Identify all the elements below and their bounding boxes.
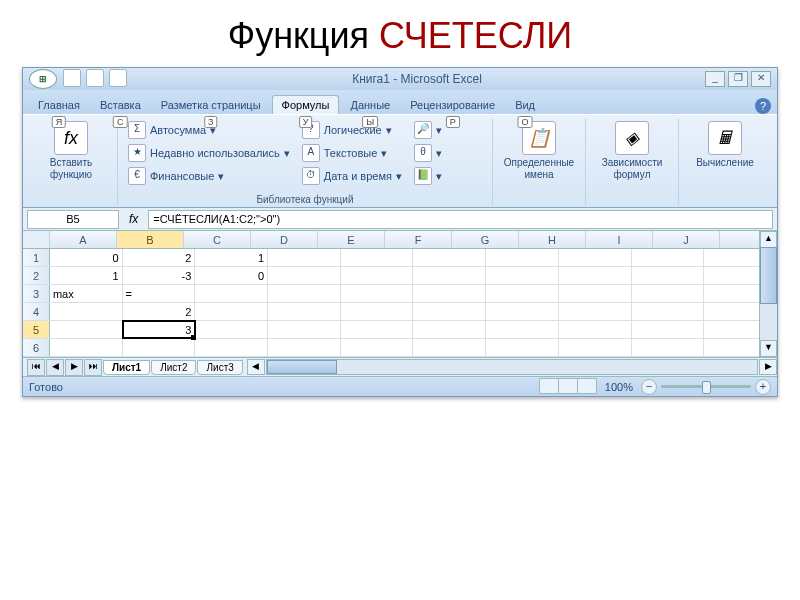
row-header[interactable]: 5 (23, 321, 50, 338)
cell[interactable] (195, 303, 268, 320)
defined-names-button[interactable]: 📋 Определенные имена (499, 119, 579, 183)
qat-undo-icon[interactable] (86, 69, 104, 87)
col-header[interactable]: F (385, 231, 452, 248)
datetime-button[interactable]: ⏱Дата и время ▾ (298, 165, 406, 187)
lookup-button[interactable]: 🔎▾ (410, 119, 446, 141)
cell[interactable] (632, 249, 705, 266)
vertical-scrollbar[interactable]: ▲ ▼ (759, 231, 777, 357)
worksheet-grid[interactable]: ABCDEFGHIJ102121-303max=42536 (23, 231, 777, 357)
tab-0[interactable]: ГлавнаяЯ (29, 96, 89, 114)
logical-button[interactable]: ?Логические ▾ (298, 119, 406, 141)
cell[interactable] (413, 303, 486, 320)
cell[interactable] (632, 339, 705, 356)
more-fn-button[interactable]: 📗▾ (410, 165, 446, 187)
sheet-tab[interactable]: Лист3 (197, 360, 242, 375)
scroll-right-button[interactable]: ▶ (759, 359, 777, 375)
cell[interactable] (195, 339, 268, 356)
math-button[interactable]: θ▾ (410, 142, 446, 164)
zoom-slider[interactable] (661, 385, 751, 388)
cell[interactable] (632, 321, 705, 338)
col-header[interactable]: D (251, 231, 318, 248)
fx-label[interactable]: fx (123, 212, 144, 226)
cell[interactable]: -3 (123, 267, 196, 284)
vscroll-thumb[interactable] (760, 247, 777, 304)
normal-view-button[interactable] (539, 378, 559, 394)
cell[interactable] (486, 285, 559, 302)
office-button[interactable]: ⊞ (29, 69, 57, 89)
cell[interactable]: 0 (50, 249, 123, 266)
col-header[interactable]: A (50, 231, 117, 248)
sheet-nav-last[interactable]: ⏭ (84, 359, 102, 376)
cell[interactable]: 2 (123, 249, 196, 266)
cell[interactable] (50, 339, 123, 356)
row-header[interactable]: 1 (23, 249, 50, 266)
cell[interactable] (268, 339, 341, 356)
select-all-corner[interactable] (23, 231, 50, 248)
sheet-tab[interactable]: Лист2 (151, 360, 196, 375)
cell[interactable]: 1 (50, 267, 123, 284)
cell[interactable] (486, 321, 559, 338)
tab-6[interactable]: ВидО (506, 96, 544, 114)
cell[interactable] (413, 267, 486, 284)
cell[interactable]: max (50, 285, 123, 302)
formula-auditing-button[interactable]: ◈ Зависимости формул (592, 119, 672, 183)
sheet-nav-prev[interactable]: ◀ (46, 359, 64, 376)
cell[interactable] (413, 339, 486, 356)
cell[interactable] (341, 249, 414, 266)
cell[interactable] (632, 285, 705, 302)
cell[interactable] (632, 267, 705, 284)
col-header[interactable]: I (586, 231, 653, 248)
tab-5[interactable]: РецензированиеР (401, 96, 504, 114)
cell[interactable] (50, 321, 123, 338)
cell[interactable]: 3 (123, 321, 196, 338)
col-header[interactable]: J (653, 231, 720, 248)
cell[interactable] (413, 285, 486, 302)
row-header[interactable]: 4 (23, 303, 50, 320)
cell[interactable] (413, 321, 486, 338)
scroll-up-button[interactable]: ▲ (760, 231, 777, 248)
page-break-button[interactable] (577, 378, 597, 394)
cell[interactable] (413, 249, 486, 266)
col-header[interactable]: H (519, 231, 586, 248)
cell[interactable] (123, 339, 196, 356)
cell[interactable]: 0 (195, 267, 268, 284)
zoom-in-button[interactable]: + (755, 379, 771, 395)
cell[interactable]: 1 (195, 249, 268, 266)
qat-save-icon[interactable] (63, 69, 81, 87)
cell[interactable] (50, 303, 123, 320)
formula-input[interactable] (148, 210, 773, 229)
cell[interactable] (268, 267, 341, 284)
horizontal-scrollbar[interactable]: ◀ ▶ (247, 358, 777, 376)
qat-redo-icon[interactable] (109, 69, 127, 87)
col-header[interactable]: C (184, 231, 251, 248)
cell[interactable] (559, 267, 632, 284)
cell[interactable] (486, 267, 559, 284)
tab-1[interactable]: ВставкаС (91, 96, 150, 114)
cell[interactable] (268, 249, 341, 266)
cell[interactable] (195, 285, 268, 302)
cell[interactable] (268, 285, 341, 302)
sheet-tab[interactable]: Лист1 (103, 360, 150, 375)
scroll-left-button[interactable]: ◀ (247, 359, 265, 375)
col-header[interactable]: B (117, 231, 184, 248)
col-header[interactable]: G (452, 231, 519, 248)
cell[interactable] (268, 321, 341, 338)
cell[interactable]: 2 (123, 303, 196, 320)
name-box[interactable] (27, 210, 119, 229)
scroll-down-button[interactable]: ▼ (760, 340, 777, 357)
maximize-button[interactable]: ❐ (728, 71, 748, 87)
cell[interactable] (632, 303, 705, 320)
close-button[interactable]: ✕ (751, 71, 771, 87)
tab-4[interactable]: ДанныеЫ (341, 96, 399, 114)
cell[interactable] (559, 321, 632, 338)
row-header[interactable]: 2 (23, 267, 50, 284)
cell[interactable] (341, 339, 414, 356)
cell[interactable] (341, 267, 414, 284)
row-header[interactable]: 6 (23, 339, 50, 356)
cell[interactable] (559, 303, 632, 320)
page-layout-button[interactable] (558, 378, 578, 394)
cell[interactable] (559, 285, 632, 302)
hscroll-thumb[interactable] (267, 360, 337, 374)
cell[interactable] (486, 303, 559, 320)
insert-function-button[interactable]: fx Вставить функцию (31, 119, 111, 183)
